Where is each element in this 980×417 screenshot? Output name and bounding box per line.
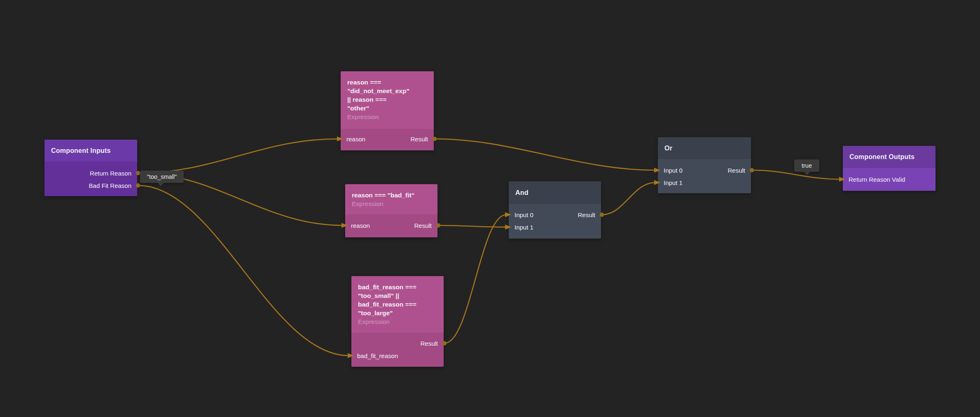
node-header: reason === "bad_fit"Expression (345, 184, 437, 214)
output-port-label: Result (578, 211, 595, 218)
node-row: Return Reason (44, 167, 137, 179)
node-title: bad_fit_reason === "too_small" || bad_fi… (358, 283, 437, 317)
value-tooltip-text: true (802, 162, 812, 169)
node-or[interactable]: OrInput 0ResultInput 1 (658, 137, 751, 193)
wire-and-to-or[interactable] (602, 183, 655, 215)
node-header: reason === "did_not_meet_exp" || reason … (341, 71, 434, 129)
wire-expr_bad_fit_reason-to-and[interactable] (444, 215, 506, 343)
node-expr-not-meet-or-other[interactable]: reason === "did_not_meet_exp" || reason … (341, 71, 434, 150)
node-row: reasonResult (341, 133, 434, 145)
node-and[interactable]: AndInput 0ResultInput 1 (509, 181, 601, 239)
output-port-label: Result (414, 222, 432, 229)
wire-component_inputs-to-expr_bad_fit_reason[interactable] (138, 185, 349, 356)
node-subtitle: Expression (347, 112, 427, 121)
output-port-label: Return Reason (90, 170, 131, 177)
node-header: bad_fit_reason === "too_small" || bad_fi… (351, 276, 444, 333)
node-component-inputs[interactable]: Component InputsReturn ReasonBad Fit Rea… (44, 140, 137, 196)
node-header: And (509, 181, 601, 204)
node-body: Return ReasonBad Fit Reason (44, 162, 137, 196)
node-expr-bad-fit[interactable]: reason === "bad_fit"ExpressionreasonResu… (345, 184, 437, 237)
tooltip-tail (804, 172, 810, 175)
output-port-label: Result (727, 167, 745, 174)
node-body: Resultbad_fit_reason (351, 333, 444, 367)
node-editor-canvas[interactable]: Component InputsReturn ReasonBad Fit Rea… (0, 0, 980, 417)
output-port-label: Result (420, 340, 438, 347)
node-row: reasonResult (345, 219, 437, 232)
value-tooltip-text: "too_small" (147, 173, 177, 180)
node-header: Or (658, 137, 751, 159)
tooltip-tail (158, 183, 164, 186)
node-row: Bad Fit Reason (44, 179, 137, 192)
node-subtitle: Expression (358, 317, 437, 326)
node-component-outputs[interactable]: Component OutputsReturn Reason Valid (843, 146, 936, 191)
node-expr-bad-fit-reason[interactable]: bad_fit_reason === "too_small" || bad_fi… (351, 276, 444, 367)
node-title: reason === "bad_fit" (352, 191, 431, 199)
node-row: Result (351, 337, 444, 349)
input-port-label: bad_fit_reason (357, 352, 398, 359)
node-header: Component Inputs (44, 140, 137, 162)
input-port-label: reason (346, 136, 365, 143)
node-row: Input 0Result (658, 164, 751, 176)
node-row: bad_fit_reason (351, 349, 444, 362)
input-port-label: Input 0 (664, 167, 683, 174)
output-port-label: Bad Fit Reason (89, 182, 131, 189)
node-title: Component Outputs (849, 153, 915, 161)
node-title: And (515, 189, 529, 197)
node-title: Or (664, 145, 672, 152)
value-tooltip: "too_small" (140, 171, 184, 183)
wire-layer (0, 0, 980, 417)
node-body: Input 0ResultInput 1 (509, 204, 601, 239)
input-port-label: Input 1 (664, 179, 683, 186)
wire-component_inputs-to-expr_not_meet_or_other[interactable] (138, 139, 338, 173)
value-tooltip: true (794, 159, 819, 172)
input-port-label: Input 1 (515, 224, 533, 231)
node-row: Input 0Result (509, 208, 601, 221)
wire-expr_bad_fit-to-and[interactable] (438, 225, 506, 227)
node-body: reasonResult (341, 129, 434, 150)
node-body: Return Reason Valid (843, 168, 936, 191)
node-title: Component Inputs (51, 147, 111, 155)
input-port-label: Input 0 (515, 211, 533, 218)
node-row: Input 1 (658, 176, 751, 189)
wire-expr_not_meet_or_other-to-or[interactable] (435, 139, 655, 170)
node-body: Input 0ResultInput 1 (658, 159, 751, 193)
node-body: reasonResult (345, 214, 437, 237)
node-row: Input 1 (509, 221, 601, 233)
node-subtitle: Expression (352, 199, 431, 208)
node-title: reason === "did_not_meet_exp" || reason … (347, 78, 427, 112)
input-port-label: reason (351, 222, 370, 229)
output-port-label: Result (410, 136, 428, 143)
node-header: Component Outputs (843, 146, 936, 168)
node-row: Return Reason Valid (843, 173, 936, 185)
input-port-label: Return Reason Valid (849, 176, 905, 183)
